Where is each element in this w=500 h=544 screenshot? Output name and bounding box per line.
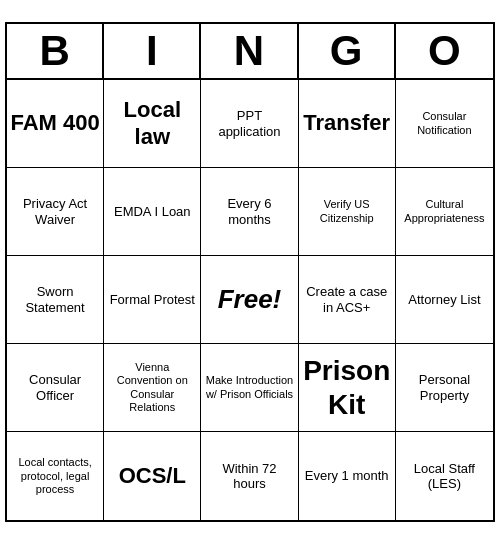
bingo-cell-21: OCS/L [104, 432, 201, 520]
bingo-cell-17: Make Introduction w/ Prison Officials [201, 344, 298, 432]
bingo-cell-23: Every 1 month [299, 432, 396, 520]
bingo-cell-14: Attorney List [396, 256, 493, 344]
bingo-cell-20: Local contacts, protocol, legal process [7, 432, 104, 520]
header-letter-o: O [396, 24, 493, 78]
header-letter-i: I [104, 24, 201, 78]
header-letter-n: N [201, 24, 298, 78]
bingo-cell-9: Cultural Appropriateness [396, 168, 493, 256]
bingo-cell-2: PPT application [201, 80, 298, 168]
bingo-cell-12: Free! [201, 256, 298, 344]
bingo-cell-19: Personal Property [396, 344, 493, 432]
bingo-cell-4: Consular Notification [396, 80, 493, 168]
bingo-cell-0: FAM 400 [7, 80, 104, 168]
bingo-cell-6: EMDA I Loan [104, 168, 201, 256]
bingo-cell-22: Within 72 hours [201, 432, 298, 520]
bingo-cell-10: Sworn Statement [7, 256, 104, 344]
bingo-cell-24: Local Staff (LES) [396, 432, 493, 520]
header-letter-b: B [7, 24, 104, 78]
bingo-cell-18: Prison Kit [299, 344, 396, 432]
bingo-card: BINGO FAM 400Local lawPPT applicationTra… [5, 22, 495, 522]
bingo-cell-16: Vienna Convention on Consular Relations [104, 344, 201, 432]
bingo-cell-11: Formal Protest [104, 256, 201, 344]
bingo-cell-5: Privacy Act Waiver [7, 168, 104, 256]
bingo-cell-1: Local law [104, 80, 201, 168]
bingo-cell-13: Create a case in ACS+ [299, 256, 396, 344]
bingo-grid: FAM 400Local lawPPT applicationTransferC… [7, 80, 493, 520]
bingo-cell-15: Consular Officer [7, 344, 104, 432]
bingo-cell-8: Verify US Citizenship [299, 168, 396, 256]
bingo-header: BINGO [7, 24, 493, 80]
bingo-cell-3: Transfer [299, 80, 396, 168]
header-letter-g: G [299, 24, 396, 78]
bingo-cell-7: Every 6 months [201, 168, 298, 256]
